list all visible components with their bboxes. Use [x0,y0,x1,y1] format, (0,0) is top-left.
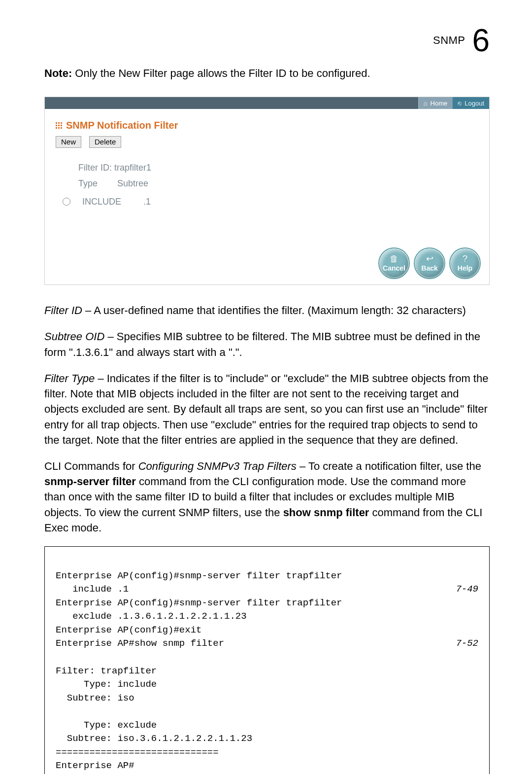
logout-label: Logout [465,100,484,107]
note-line: Note: Only the New Filter page allows th… [44,65,490,82]
term-filter-id: Filter ID [44,304,82,317]
cli-intro-bold-a: snmp-server filter [44,475,136,488]
logout-link[interactable]: ⎋ Logout [452,97,489,109]
grip-icon [56,122,62,129]
para-filter-type: Filter Type – Indicates if the filter is… [44,371,490,448]
para-filter-id: Filter ID – A user-defined name that ide… [44,303,490,318]
logout-icon: ⎋ [458,100,462,107]
help-button[interactable]: ? Help [451,249,479,278]
cli-l13: Enterprise AP# [56,760,134,771]
snmp-filter-panel: ⌂ Home ⎋ Logout SNMP Notification Filter… [44,97,490,285]
cli-intro-pre: CLI Commands for [44,460,138,472]
cli-l10: Type: exclude [56,720,157,731]
cli-intro-bold-b: show snmp filter [283,506,369,519]
note-text: Only the New Filter page allows the Filt… [75,67,370,79]
cli-ref1: 7-49 [456,583,478,597]
delete-button[interactable]: Delete [89,136,121,148]
panel-title: SNMP Notification Filter [66,120,178,131]
breadcrumb: SNMP [433,34,465,47]
note-label: Note: [44,67,72,79]
cli-l12: ============================= [56,747,219,758]
para-subtree-oid: Subtree OID – Specifies MIB subtree to b… [44,329,490,359]
cli-ref2: 7-52 [456,637,478,651]
filter-row: INCLUDE .1 [56,192,480,207]
filter-id-value: trapfilter1 [114,163,151,173]
col-subtree: Subtree [117,176,148,191]
cancel-icon: 🗑 [390,254,399,263]
filter-id-label: Filter ID: [78,163,112,173]
term-filter-type: Filter Type [44,372,95,385]
help-icon: ? [463,254,467,263]
filter-details: Filter ID: trapfilter1 Type Subtree [56,160,480,192]
cli-l7: Filter: trapfilter [56,666,157,676]
cli-l4: exclude .1.3.6.1.2.1.2.2.1.1.23 [56,611,247,622]
cancel-button[interactable]: 🗑 Cancel [380,249,408,278]
home-label: Home [431,100,448,107]
panel-topbar: ⌂ Home ⎋ Logout [45,97,489,109]
cli-intro-mid-a: – To create a notification filter, use t… [297,460,481,472]
cli-l8: Type: include [56,679,157,690]
para-cli-intro: CLI Commands for Configuring SNMPv3 Trap… [44,458,490,535]
row-subtree: .1 [143,197,151,207]
para-filter-id-body: – A user-defined name that identifies th… [82,304,466,317]
cli-l1: Enterprise AP(config)#snmp-server filter… [56,570,342,581]
row-radio[interactable] [63,198,70,206]
home-icon: ⌂ [424,100,428,107]
col-type: Type [78,176,98,191]
cli-l2: include .1 [56,584,129,595]
cli-l9: Subtree: iso [56,693,134,704]
back-icon: ↩ [426,254,433,263]
para-subtree-oid-body: – Specifies MIB subtree to be filtered. … [44,330,480,358]
new-button[interactable]: New [56,136,81,148]
cli-l6: Enterprise AP#show snmp filter [56,638,224,649]
help-label: Help [458,264,472,272]
cli-intro-em: Configuring SNMPv3 Trap Filters [138,460,297,472]
term-subtree-oid: Subtree OID [44,330,104,343]
chapter-number: 6 [472,25,490,56]
cli-block: Enterprise AP(config)#snmp-server filter… [44,546,490,774]
back-button[interactable]: ↩ Back [415,249,444,278]
cancel-label: Cancel [383,264,405,272]
row-type: INCLUDE [82,197,132,207]
para-filter-type-body: – Indicates if the filter is to "include… [44,372,488,446]
cli-l11: Subtree: iso.3.6.1.2.1.2.2.1.1.23 [56,733,252,744]
cli-l3: Enterprise AP(config)#snmp-server filter… [56,598,342,608]
home-link[interactable]: ⌂ Home [418,97,453,109]
cli-l5: Enterprise AP(config)#exit [56,625,201,635]
back-label: Back [421,264,437,272]
